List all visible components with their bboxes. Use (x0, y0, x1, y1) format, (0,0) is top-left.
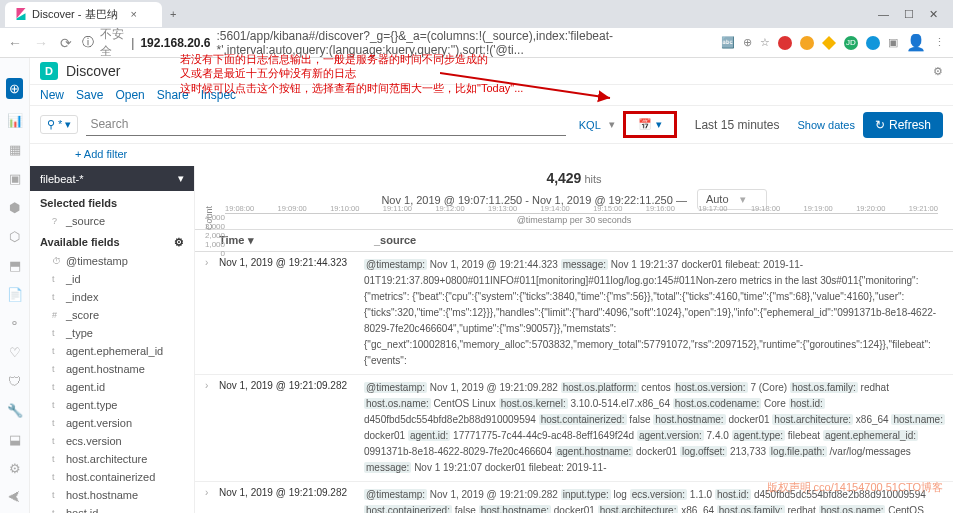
profile-icon[interactable]: 👤 (906, 33, 926, 52)
forward-icon[interactable]: → (34, 35, 48, 51)
field-agent-hostname[interactable]: tagent.hostname (30, 360, 194, 378)
x-ticks: 19:08:0019:09:0019:10:0019:11:0019:12:00… (225, 204, 938, 213)
menu-save[interactable]: Save (76, 88, 103, 102)
reload-icon[interactable]: ⟳ (60, 35, 72, 51)
rail-uptime-icon[interactable]: ♡ (9, 345, 21, 360)
rail-devtools-icon[interactable]: 🔧 (7, 403, 23, 418)
rail-dashboard-icon[interactable]: ▦ (9, 142, 21, 157)
page-title: Discover (66, 63, 120, 79)
date-picker-button[interactable]: 📅 ▾ (623, 111, 677, 138)
expand-icon[interactable]: › (205, 257, 219, 369)
col-time-header[interactable]: Time ▾ (219, 234, 374, 247)
field-host-id[interactable]: thost.id (30, 504, 194, 513)
field-ecs-version[interactable]: tecs.version (30, 432, 194, 450)
search-options-icon[interactable]: ▾ (609, 118, 615, 131)
field-agent-type[interactable]: tagent.type (30, 396, 194, 414)
ext-icon-green[interactable] (866, 36, 880, 50)
expand-icon[interactable]: › (205, 487, 219, 513)
svg-line-0 (440, 73, 610, 98)
available-fields-heading: Available fields⚙ (30, 230, 194, 252)
menu-open[interactable]: Open (115, 88, 144, 102)
x-axis-label: @timestamp per 30 seconds (195, 215, 953, 225)
calendar-icon: 📅 (638, 118, 652, 131)
search-bar: ⚲ * ▾ Search KQL ▾ 📅 ▾ Last 15 minutes S… (30, 106, 953, 144)
rail-canvas-icon[interactable]: ▣ (9, 171, 21, 186)
table-row[interactable]: ›Nov 1, 2019 @ 19:21:09.282@timestamp: N… (195, 375, 953, 482)
index-filter-pill[interactable]: ⚲ * ▾ (40, 115, 78, 134)
refresh-button[interactable]: ↻Refresh (863, 112, 943, 138)
field-host-containerized[interactable]: thost.containerized (30, 468, 194, 486)
back-icon[interactable]: ← (8, 35, 22, 51)
fields-sidebar: filebeat-*▾ Selected fields ?_source Ava… (30, 166, 195, 513)
doc-source: @timestamp: Nov 1, 2019 @ 19:21:09.282 h… (364, 380, 948, 476)
filter-bar: + Add filter (30, 144, 953, 166)
field-source[interactable]: ?_source (30, 212, 194, 230)
rail-apm-icon[interactable]: ⚬ (9, 316, 20, 331)
add-filter-link[interactable]: + Add filter (75, 148, 127, 160)
table-header: Time ▾ _source (195, 229, 953, 252)
rail-infra-icon[interactable]: ⬒ (9, 258, 21, 273)
ext-icon-shield[interactable]: ▣ (888, 36, 898, 49)
rail-monitoring-icon[interactable]: ⬓ (9, 432, 21, 447)
field--index[interactable]: t_index (30, 288, 194, 306)
browser-tab[interactable]: Discover - 基巴纳 × (5, 2, 162, 27)
kql-toggle[interactable]: KQL (579, 119, 601, 131)
extension-icons: 🔤 ⊕ ☆ JD ▣ 👤 ⋮ (721, 33, 945, 52)
chevron-down-icon: ▾ (178, 172, 184, 185)
browser-tab-bar: Discover - 基巴纳 × + — ☐ ✕ (0, 0, 953, 28)
field--id[interactable]: t_id (30, 270, 194, 288)
field--type[interactable]: t_type (30, 324, 194, 342)
star-icon[interactable]: ☆ (760, 36, 770, 49)
field--timestamp[interactable]: ⏱@timestamp (30, 252, 194, 270)
field-host-hostname[interactable]: thost.hostname (30, 486, 194, 504)
ext-zoom-icon[interactable]: ⊕ (743, 36, 752, 49)
rail-discover-icon[interactable]: ⊕ (6, 78, 23, 99)
app-rail: ⊕ 📊 ▦ ▣ ⬢ ⬡ ⬒ 📄 ⚬ ♡ 🛡 🔧 ⬓ ⚙ ⮜ (0, 58, 30, 513)
hits-count: 4,429 hits (195, 170, 953, 186)
translate-icon[interactable]: 🔤 (721, 36, 735, 49)
tab-add-icon[interactable]: + (170, 8, 176, 20)
menu-new[interactable]: New (40, 88, 64, 102)
main-panel: 4,429 hits Nov 1, 2019 @ 19:07:11.250 - … (195, 166, 953, 513)
maximize-icon[interactable]: ☐ (904, 8, 914, 21)
table-row[interactable]: ›Nov 1, 2019 @ 19:21:44.323@timestamp: N… (195, 252, 953, 375)
ext-icon-orange[interactable] (800, 36, 814, 50)
minimize-icon[interactable]: — (878, 8, 889, 21)
filter-icon: ⚲ (47, 118, 55, 130)
info-icon[interactable]: ⓘ (82, 34, 94, 51)
doc-time: Nov 1, 2019 @ 19:21:44.323 (219, 257, 364, 369)
field--score[interactable]: #_score (30, 306, 194, 324)
expand-icon[interactable]: › (205, 380, 219, 476)
gear-icon[interactable]: ⚙ (933, 65, 943, 78)
rail-siem-icon[interactable]: 🛡 (8, 374, 21, 389)
show-dates-link[interactable]: Show dates (797, 119, 854, 131)
close-window-icon[interactable]: ✕ (929, 8, 938, 21)
rail-visualize-icon[interactable]: 📊 (7, 113, 23, 128)
doc-time: Nov 1, 2019 @ 19:21:09.282 (219, 380, 364, 476)
rail-maps-icon[interactable]: ⬢ (9, 200, 20, 215)
ext-icon-red[interactable] (778, 36, 792, 50)
tab-close-icon[interactable]: × (131, 8, 137, 20)
time-range-text: Last 15 minutes (685, 118, 790, 132)
rail-ml-icon[interactable]: ⬡ (9, 229, 20, 244)
rail-collapse-icon[interactable]: ⮜ (8, 490, 21, 505)
field-agent-id[interactable]: tagent.id (30, 378, 194, 396)
menu-dots-icon[interactable]: ⋮ (934, 36, 945, 49)
fields-settings-icon[interactable]: ⚙ (174, 236, 184, 249)
field-agent-ephemeral-id[interactable]: tagent.ephemeral_id (30, 342, 194, 360)
chevron-down-icon: ▾ (656, 118, 662, 131)
field-agent-version[interactable]: tagent.version (30, 414, 194, 432)
col-source-header[interactable]: _source (374, 234, 943, 247)
field-host-architecture[interactable]: thost.architecture (30, 450, 194, 468)
index-pattern-selector[interactable]: filebeat-*▾ (30, 166, 194, 191)
tab-title: Discover - 基巴纳 (32, 7, 118, 22)
ext-icon-diamond[interactable] (822, 36, 836, 50)
doc-time: Nov 1, 2019 @ 19:21:09.282 (219, 487, 364, 513)
watermark-text: 版权声明 cco/14154700 51CTO博客 (767, 480, 943, 495)
chart-plot (225, 213, 938, 214)
refresh-icon: ↻ (875, 118, 885, 132)
ext-icon-blue[interactable]: JD (844, 36, 858, 50)
search-input[interactable]: Search (86, 113, 565, 136)
rail-logs-icon[interactable]: 📄 (7, 287, 23, 302)
rail-management-icon[interactable]: ⚙ (9, 461, 21, 476)
